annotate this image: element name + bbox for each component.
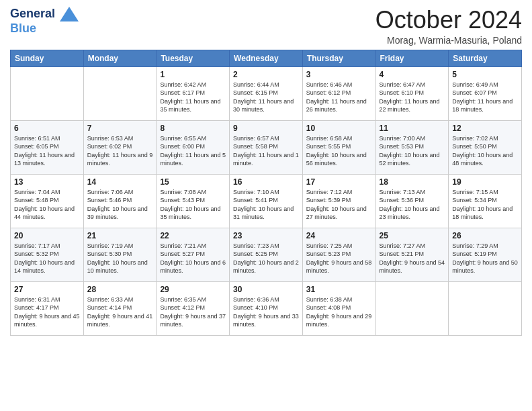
day-info: Sunrise: 6:55 AMSunset: 6:00 PMDaylight:… (160, 134, 226, 168)
day-info: Sunrise: 7:00 AMSunset: 5:53 PMDaylight:… (380, 134, 445, 168)
day-number: 9 (233, 124, 299, 133)
header-row: SundayMondayTuesdayWednesdayThursdayFrid… (11, 50, 522, 66)
day-number: 17 (306, 177, 372, 187)
day-cell: 1Sunrise: 6:42 AMSunset: 6:17 PMDaylight… (157, 66, 230, 120)
day-number: 16 (233, 177, 299, 187)
logo-general: General (10, 7, 55, 20)
day-cell: 30Sunrise: 6:36 AMSunset: 4:10 PMDayligh… (230, 281, 303, 335)
day-number: 26 (452, 231, 518, 240)
day-cell: 17Sunrise: 7:12 AMSunset: 5:39 PMDayligh… (302, 174, 375, 228)
calendar-body: 1Sunrise: 6:42 AMSunset: 6:17 PMDaylight… (11, 66, 522, 335)
day-info: Sunrise: 7:04 AMSunset: 5:48 PMDaylight:… (14, 188, 80, 222)
day-number: 5 (452, 70, 518, 79)
col-header-monday: Monday (83, 50, 157, 66)
svg-marker-0 (60, 7, 79, 21)
day-cell (449, 281, 522, 335)
day-cell: 24Sunrise: 7:25 AMSunset: 5:23 PMDayligh… (302, 228, 375, 281)
day-cell: 5Sunrise: 6:49 AMSunset: 6:07 PMDaylight… (449, 66, 522, 120)
day-number: 21 (87, 231, 153, 240)
day-info: Sunrise: 6:35 AMSunset: 4:12 PMDaylight:… (160, 295, 226, 329)
day-cell: 14Sunrise: 7:06 AMSunset: 5:46 PMDayligh… (83, 174, 157, 228)
day-cell: 19Sunrise: 7:15 AMSunset: 5:34 PMDayligh… (449, 174, 522, 228)
day-cell: 12Sunrise: 7:02 AMSunset: 5:50 PMDayligh… (449, 120, 522, 174)
day-info: Sunrise: 7:29 AMSunset: 5:19 PMDaylight:… (452, 242, 518, 275)
day-info: Sunrise: 6:51 AMSunset: 6:05 PMDaylight:… (14, 134, 80, 168)
day-number: 29 (160, 285, 226, 294)
day-cell: 10Sunrise: 6:58 AMSunset: 5:55 PMDayligh… (302, 120, 375, 174)
day-cell: 16Sunrise: 7:10 AMSunset: 5:41 PMDayligh… (230, 174, 303, 228)
day-info: Sunrise: 6:36 AMSunset: 4:10 PMDaylight:… (233, 295, 299, 329)
day-info: Sunrise: 6:38 AMSunset: 4:08 PMDaylight:… (306, 295, 372, 329)
day-cell: 18Sunrise: 7:13 AMSunset: 5:36 PMDayligh… (375, 174, 449, 228)
day-info: Sunrise: 7:19 AMSunset: 5:30 PMDaylight:… (87, 242, 153, 275)
day-number: 3 (306, 70, 372, 79)
day-number: 11 (380, 124, 445, 133)
day-cell: 13Sunrise: 7:04 AMSunset: 5:48 PMDayligh… (11, 174, 84, 228)
logo-text: General Blue (10, 7, 79, 36)
month-title: October 2024 (375, 7, 522, 34)
header: General Blue October 2024 Morag, Warmia-… (10, 7, 522, 46)
day-cell: 3Sunrise: 6:46 AMSunset: 6:12 PMDaylight… (302, 66, 375, 120)
day-number: 27 (14, 285, 80, 294)
day-info: Sunrise: 6:47 AMSunset: 6:10 PMDaylight:… (380, 81, 445, 114)
day-number: 10 (306, 124, 372, 133)
col-header-wednesday: Wednesday (230, 50, 303, 66)
day-cell: 9Sunrise: 6:57 AMSunset: 5:58 PMDaylight… (230, 120, 303, 174)
day-cell: 28Sunrise: 6:33 AMSunset: 4:14 PMDayligh… (83, 281, 157, 335)
day-number: 14 (87, 177, 153, 187)
day-info: Sunrise: 6:31 AMSunset: 4:17 PMDaylight:… (14, 295, 80, 329)
day-cell: 25Sunrise: 7:27 AMSunset: 5:21 PMDayligh… (375, 228, 449, 281)
day-info: Sunrise: 7:15 AMSunset: 5:34 PMDaylight:… (452, 188, 518, 222)
day-cell: 23Sunrise: 7:23 AMSunset: 5:25 PMDayligh… (230, 228, 303, 281)
day-number: 28 (87, 285, 153, 294)
day-info: Sunrise: 6:53 AMSunset: 6:02 PMDaylight:… (87, 134, 153, 168)
day-number: 1 (160, 70, 226, 79)
day-info: Sunrise: 7:17 AMSunset: 5:32 PMDaylight:… (14, 242, 80, 275)
day-number: 18 (380, 177, 445, 187)
day-number: 30 (233, 285, 299, 294)
day-cell: 11Sunrise: 7:00 AMSunset: 5:53 PMDayligh… (375, 120, 449, 174)
logo: General Blue (10, 7, 79, 36)
col-header-saturday: Saturday (449, 50, 522, 66)
day-number: 23 (233, 231, 299, 240)
day-cell: 8Sunrise: 6:55 AMSunset: 6:00 PMDaylight… (157, 120, 230, 174)
col-header-sunday: Sunday (11, 50, 84, 66)
day-info: Sunrise: 6:49 AMSunset: 6:07 PMDaylight:… (452, 81, 518, 114)
day-info: Sunrise: 6:58 AMSunset: 5:55 PMDaylight:… (306, 134, 372, 168)
day-info: Sunrise: 7:02 AMSunset: 5:50 PMDaylight:… (452, 134, 518, 168)
day-info: Sunrise: 7:27 AMSunset: 5:21 PMDaylight:… (380, 242, 445, 275)
day-cell: 20Sunrise: 7:17 AMSunset: 5:32 PMDayligh… (11, 228, 84, 281)
day-number: 7 (87, 124, 153, 133)
day-cell: 15Sunrise: 7:08 AMSunset: 5:43 PMDayligh… (157, 174, 230, 228)
day-info: Sunrise: 7:23 AMSunset: 5:25 PMDaylight:… (233, 242, 299, 275)
day-cell: 31Sunrise: 6:38 AMSunset: 4:08 PMDayligh… (302, 281, 375, 335)
location: Morag, Warmia-Masuria, Poland (375, 35, 522, 46)
day-info: Sunrise: 7:12 AMSunset: 5:39 PMDaylight:… (306, 188, 372, 222)
col-header-friday: Friday (375, 50, 449, 66)
day-number: 4 (380, 70, 445, 79)
day-cell: 7Sunrise: 6:53 AMSunset: 6:02 PMDaylight… (83, 120, 157, 174)
day-number: 20 (14, 231, 80, 240)
calendar-table: SundayMondayTuesdayWednesdayThursdayFrid… (10, 50, 522, 336)
title-section: October 2024 Morag, Warmia-Masuria, Pola… (375, 7, 522, 46)
day-info: Sunrise: 7:06 AMSunset: 5:46 PMDaylight:… (87, 188, 153, 222)
day-number: 8 (160, 124, 226, 133)
day-info: Sunrise: 7:25 AMSunset: 5:23 PMDaylight:… (306, 242, 372, 275)
day-number: 25 (380, 231, 445, 240)
day-info: Sunrise: 7:21 AMSunset: 5:27 PMDaylight:… (160, 242, 226, 275)
col-header-tuesday: Tuesday (157, 50, 230, 66)
day-number: 24 (306, 231, 372, 240)
day-info: Sunrise: 6:57 AMSunset: 5:58 PMDaylight:… (233, 134, 299, 168)
day-info: Sunrise: 6:44 AMSunset: 6:15 PMDaylight:… (233, 81, 299, 114)
day-number: 31 (306, 285, 372, 294)
day-cell: 6Sunrise: 6:51 AMSunset: 6:05 PMDaylight… (11, 120, 84, 174)
day-number: 6 (14, 124, 80, 133)
day-number: 2 (233, 70, 299, 79)
week-row-1: 1Sunrise: 6:42 AMSunset: 6:17 PMDaylight… (11, 66, 522, 120)
day-cell: 4Sunrise: 6:47 AMSunset: 6:10 PMDaylight… (375, 66, 449, 120)
page: General Blue October 2024 Morag, Warmia-… (0, 0, 532, 342)
day-cell (375, 281, 449, 335)
week-row-4: 20Sunrise: 7:17 AMSunset: 5:32 PMDayligh… (11, 228, 522, 281)
logo-blue: Blue (10, 21, 79, 36)
day-info: Sunrise: 7:08 AMSunset: 5:43 PMDaylight:… (160, 188, 226, 222)
